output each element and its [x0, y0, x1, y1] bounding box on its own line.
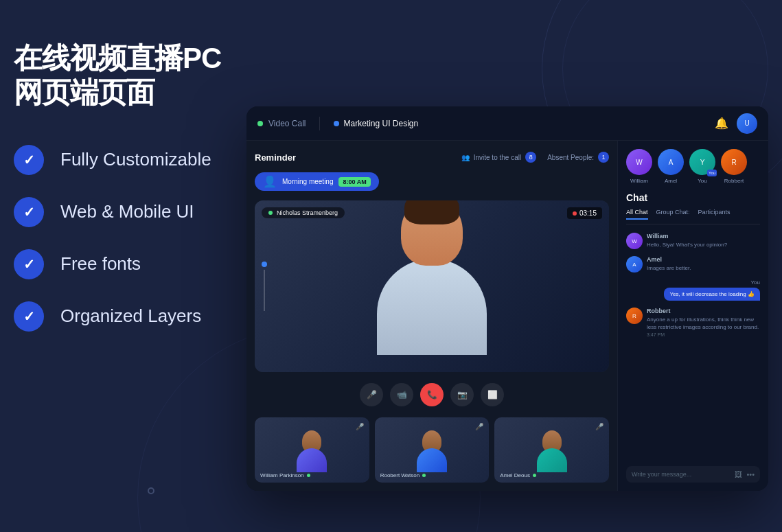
avatar-initial-you: Y [700, 159, 705, 166]
meeting-row: 👤 Morning meeting 8:00 AM [255, 172, 609, 191]
thumb-name-text-1: William Parkinson [260, 472, 304, 478]
reminder-bar: Reminder 👥 Invite to the call 8 Absent P… [255, 149, 609, 165]
mic-button[interactable]: 🎤 [360, 383, 383, 406]
meeting-people-icon: 👤 [263, 175, 277, 188]
page-title: 在线视频直播PC网页端页面 [14, 41, 233, 111]
msg-avatar-robbert: R [626, 308, 643, 324]
checkmark-icon: ✓ [23, 308, 35, 325]
timer-text: 03:15 [579, 209, 597, 217]
tab-marketing[interactable]: Marketing UI Design [343, 119, 418, 128]
invite-button[interactable]: 👥 Invite to the call 8 [461, 152, 536, 163]
video-timer: 03:15 [567, 207, 602, 219]
list-item: ✓ Free fonts [14, 249, 233, 279]
you-indicator-badge: You [707, 170, 717, 176]
tab-participants[interactable]: Participants [698, 209, 731, 220]
main-content: Reminder 👥 Invite to the call 8 Absent P… [246, 141, 768, 491]
message-amel: A Amel Images are better. [626, 256, 760, 273]
video-background [255, 200, 609, 372]
msg-content-you: You Yes, it will decrease the loading 👍 [626, 279, 760, 301]
status-dot-blue [334, 121, 339, 126]
meeting-label: Morning meeting [282, 178, 333, 185]
video-name-tag: Nicholas Stramenberg [262, 207, 345, 218]
left-content-panel: 在线视频直播PC网页端页面 ✓ Fully Customizable ✓ Web… [0, 41, 247, 332]
user-avatar[interactable]: U [737, 113, 757, 134]
tab-video-call[interactable]: Video Call [268, 119, 306, 128]
tab-all-chat[interactable]: All Chat [626, 209, 648, 220]
avatar-name-you: You [698, 178, 707, 184]
video-button[interactable]: 📹 [390, 383, 413, 406]
more-options-icon[interactable]: ••• [746, 470, 755, 478]
person-hair [404, 200, 459, 224]
top-bar: Video Call Marketing UI Design 🔔 U [246, 106, 768, 141]
participant-robbert: R Robbert [721, 149, 747, 184]
list-item: ✓ Organized Layers [14, 301, 233, 332]
msg-content-amel: Amel Images are better. [647, 256, 760, 273]
active-tab: Marketing UI Design [334, 119, 418, 128]
meeting-time-badge: 8:00 AM [338, 177, 370, 187]
msg-avatar-william: W [626, 233, 643, 249]
participant-you: Y You You [689, 149, 715, 184]
invite-count-badge: 8 [525, 152, 536, 163]
absent-count-badge: 1 [598, 152, 609, 163]
thumb-online-2 [422, 474, 426, 477]
msg-sender-robbert: Robbert [647, 308, 760, 314]
you-message-row: You Yes, it will decrease the loading 👍 [626, 279, 760, 301]
thumbnail-amel[interactable]: 🎤 Amel Deous [494, 417, 609, 483]
thumbnail-roobert[interactable]: 🎤 Roobert Watson [375, 417, 490, 483]
meeting-pill[interactable]: 👤 Morning meeting 8:00 AM [255, 172, 379, 191]
camera-button[interactable]: 📷 [450, 383, 474, 406]
avatar-initial-robbert: R [731, 159, 736, 166]
thumb-body-1 [297, 448, 327, 472]
thumb-name-2: Roobert Watson [380, 472, 426, 478]
video-panel: Reminder 👥 Invite to the call 8 Absent P… [246, 141, 617, 491]
mockup-window: Video Call Marketing UI Design 🔔 U [246, 106, 768, 491]
message-robbert: R Robbert Anyone a up for illustrations,… [626, 308, 760, 337]
invite-label: Invite to the call [474, 154, 521, 161]
person-body [377, 259, 487, 355]
thumb-mic-icon-2: 🎤 [475, 423, 483, 430]
image-attach-icon[interactable]: 🖼 [735, 470, 742, 478]
online-indicator [268, 211, 273, 215]
feature-label-customizable: Fully Customizable [60, 149, 211, 170]
feature-list: ✓ Fully Customizable ✓ Web & Mobile UI ✓… [14, 145, 233, 332]
progress-dot [262, 262, 267, 267]
msg-content-william: William Hello, Siya! What's your opinion… [647, 233, 760, 249]
checkmark-icon: ✓ [23, 204, 35, 220]
message-william: W William Hello, Siya! What's your opini… [626, 233, 760, 249]
person-head [401, 200, 463, 266]
progress-line [264, 270, 265, 311]
participant-name: Nicholas Stramenberg [277, 209, 338, 216]
thumb-online-1 [307, 474, 310, 477]
more-options-button[interactable]: ⬜ [481, 383, 504, 406]
chat-input-placeholder[interactable]: Write your message... [632, 471, 731, 478]
avatar-name-robbert: Robbert [724, 178, 744, 184]
message-you: You Yes, it will decrease the loading 👍 [626, 279, 760, 301]
bg-dot-bottom [148, 487, 154, 494]
thumb-mic-icon-3: 🎤 [595, 423, 603, 430]
you-bubble: Yes, it will decrease the loading 👍 [664, 288, 760, 301]
list-item: ✓ Fully Customizable [14, 145, 233, 175]
chat-panel-title: Chat [626, 192, 760, 203]
feature-label-webmobile: Web & Mobile UI [60, 201, 194, 222]
bell-icon[interactable]: 🔔 [715, 117, 728, 130]
msg-sender-amel: Amel [647, 256, 760, 263]
msg-avatar-amel: A [626, 256, 643, 273]
thumb-name-3: Amel Deous [500, 472, 536, 478]
msg-content-robbert: Robbert Anyone a up for illustrations, t… [647, 308, 760, 337]
thumbnail-william[interactable]: 🎤 William Parkinson [255, 417, 369, 483]
thumb-mic-icon-1: 🎤 [356, 423, 364, 430]
feature-label-layers: Organized Layers [60, 305, 201, 327]
control-bar: 🎤 📹 📞 📷 ⬜ [255, 379, 609, 410]
end-call-button[interactable]: 📞 [420, 383, 444, 406]
participant-amel: A Amel [658, 149, 684, 184]
tab-group-chat[interactable]: Group Chat: [656, 209, 690, 220]
absent-label: Absent People: [547, 154, 594, 161]
checkmark-icon: ✓ [23, 152, 35, 168]
thumb-figure-2 [415, 430, 449, 478]
thumb-online-3 [533, 474, 536, 477]
avatar-name-william: William [630, 178, 648, 184]
avatar-initial-amel: A [669, 159, 674, 166]
video-progress-indicator [262, 262, 267, 311]
check-circle-customizable: ✓ [14, 145, 44, 175]
chat-input-area[interactable]: Write your message... 🖼 ••• [626, 466, 760, 483]
